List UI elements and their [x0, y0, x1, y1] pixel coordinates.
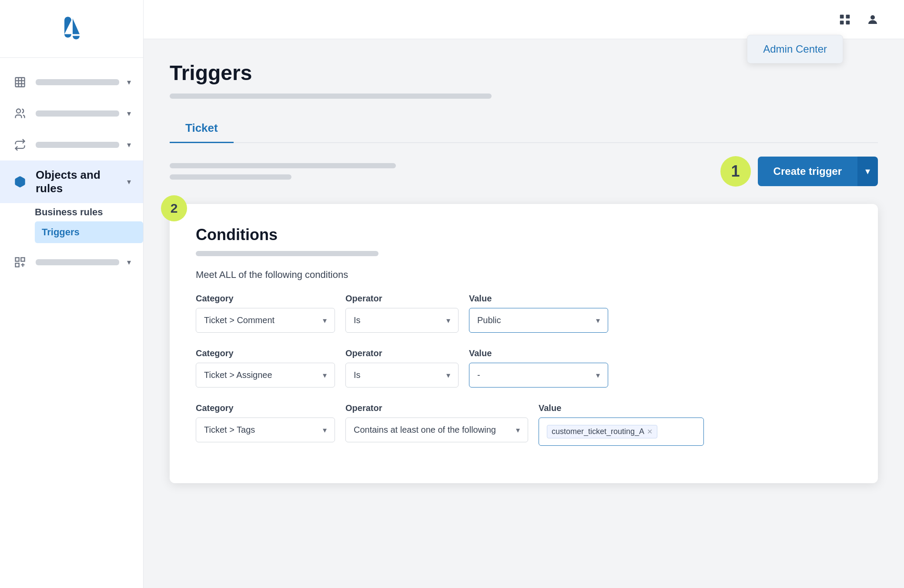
- condition-col-value-3: Value customer_ticket_routing_A ✕: [539, 403, 704, 446]
- svg-point-5: [17, 109, 20, 113]
- sidebar-nav: ▾ ▾: [0, 58, 143, 588]
- svg-point-14: [871, 15, 875, 20]
- svg-rect-13: [846, 20, 850, 24]
- filter-bar-1: [170, 163, 396, 168]
- main-content: Admin Center Triggers Ticket 1 Create tr…: [144, 0, 904, 588]
- tag-value: customer_ticket_routing_A: [552, 427, 644, 436]
- operator-label-1: Operator: [345, 294, 459, 304]
- condition-col-operator-3: Operator Contains at least one of the fo…: [345, 403, 528, 442]
- operator-label-2: Operator: [345, 348, 459, 358]
- condition-row-2: Category Ticket > Assignee ▾ Operator Is…: [196, 348, 852, 388]
- topbar-icons: [835, 10, 882, 29]
- tabs: Ticket: [170, 114, 878, 143]
- admin-center-link[interactable]: Admin Center: [763, 43, 827, 55]
- condition-col-value-2: Value - ▾: [469, 348, 608, 388]
- value-label-2: Value: [469, 348, 608, 358]
- category-label-3: Category: [196, 403, 335, 413]
- page-title: Triggers: [170, 61, 878, 85]
- chevron-down-icon: ▾: [323, 371, 327, 380]
- category-label-1: Category: [196, 294, 335, 304]
- building-icon: [12, 74, 28, 90]
- value-label-1: Value: [469, 294, 608, 304]
- svg-rect-12: [840, 20, 844, 24]
- filter-bars: [170, 163, 396, 180]
- title-decoration-bar: [170, 94, 492, 99]
- operator-value-1: Is: [354, 315, 361, 325]
- sidebar-item-workspace[interactable]: ▾: [0, 67, 143, 98]
- user-profile-button[interactable]: [863, 10, 882, 29]
- subnav-section-label: Business rules: [35, 203, 143, 221]
- sidebar-item-apps[interactable]: ▾: [0, 247, 143, 278]
- sidebar-item-objects-rules[interactable]: Objects and rules ▾: [0, 160, 143, 203]
- chevron-down-icon: ▾: [127, 109, 131, 118]
- grid-icon: [838, 13, 851, 26]
- sidebar-item-routing[interactable]: ▾: [0, 129, 143, 160]
- value-select-1[interactable]: Public ▾: [469, 308, 608, 333]
- operator-value-2: Is: [354, 370, 361, 380]
- filter-bar-2: [170, 174, 291, 180]
- chevron-down-icon: ▾: [127, 140, 131, 150]
- filters-row: 1 Create trigger ▾: [170, 156, 878, 187]
- create-trigger-button[interactable]: Create trigger: [758, 157, 857, 186]
- operator-select-1[interactable]: Is ▾: [345, 308, 459, 333]
- chevron-down-icon: ▾: [127, 77, 131, 87]
- tag-remove-button[interactable]: ✕: [647, 428, 653, 436]
- conditions-card: 2 Conditions Meet ALL of the following c…: [170, 204, 878, 483]
- apps-icon: [12, 254, 28, 270]
- chevron-down-icon: ▾: [516, 425, 520, 435]
- value-tag-3[interactable]: customer_ticket_routing_A ✕: [539, 418, 704, 446]
- apps-grid-button[interactable]: [835, 10, 854, 29]
- sidebar-item-people[interactable]: ▾: [0, 98, 143, 129]
- svg-rect-7: [16, 258, 19, 261]
- chevron-down-icon: ▾: [127, 177, 131, 187]
- category-value-1: Ticket > Comment: [204, 315, 275, 325]
- condition-col-category-2: Category Ticket > Assignee ▾: [196, 348, 335, 388]
- chevron-down-icon: ▾: [865, 166, 870, 177]
- nav-label-bar: [36, 259, 119, 265]
- objects-rules-label: Objects and rules: [36, 168, 119, 195]
- operator-select-2[interactable]: Is ▾: [345, 363, 459, 388]
- category-value-3: Ticket > Tags: [204, 425, 255, 435]
- condition-row-3: Category Ticket > Tags ▾ Operator Contai…: [196, 403, 852, 446]
- admin-center-dropdown: Admin Center: [747, 35, 843, 63]
- objects-rules-icon: [12, 174, 28, 190]
- user-icon: [866, 13, 879, 26]
- chevron-down-icon: ▾: [127, 257, 131, 267]
- tab-ticket[interactable]: Ticket: [170, 114, 234, 143]
- chevron-down-icon: ▾: [446, 316, 450, 325]
- category-value-2: Ticket > Assignee: [204, 370, 272, 380]
- condition-col-operator-1: Operator Is ▾: [345, 294, 459, 333]
- svg-rect-10: [840, 14, 844, 18]
- step2-badge: 2: [161, 195, 187, 221]
- svg-rect-8: [21, 258, 24, 261]
- tag-chip: customer_ticket_routing_A ✕: [547, 425, 657, 438]
- create-trigger-area: 1 Create trigger ▾: [720, 156, 878, 187]
- condition-row-1: Category Ticket > Comment ▾ Operator Is …: [196, 294, 852, 333]
- svg-rect-9: [16, 263, 19, 267]
- svg-rect-11: [846, 14, 850, 18]
- category-select-2[interactable]: Ticket > Assignee ▾: [196, 363, 335, 388]
- operator-select-3[interactable]: Contains at least one of the following ▾: [345, 418, 528, 442]
- value-2: -: [477, 370, 480, 380]
- routing-icon: [12, 137, 28, 153]
- people-icon: [12, 106, 28, 121]
- subnav: Business rules Triggers: [0, 203, 143, 247]
- value-label-3: Value: [539, 403, 704, 413]
- condition-col-operator-2: Operator Is ▾: [345, 348, 459, 388]
- category-select-1[interactable]: Ticket > Comment ▾: [196, 308, 335, 333]
- condition-col-category-1: Category Ticket > Comment ▾: [196, 294, 335, 333]
- condition-col-category-3: Category Ticket > Tags ▾: [196, 403, 335, 442]
- category-select-3[interactable]: Ticket > Tags ▾: [196, 418, 335, 442]
- conditions-title-bar: [196, 251, 378, 256]
- subnav-item-triggers[interactable]: Triggers: [35, 221, 143, 243]
- meet-all-label: Meet ALL of the following conditions: [196, 269, 852, 281]
- nav-label-bar: [36, 79, 119, 85]
- chevron-down-icon: ▾: [323, 425, 327, 435]
- operator-label-3: Operator: [345, 403, 528, 413]
- nav-label-bar: [36, 142, 119, 148]
- step1-badge: 1: [720, 156, 751, 187]
- create-trigger-dropdown-button[interactable]: ▾: [857, 157, 878, 186]
- chevron-down-icon: ▾: [596, 371, 600, 380]
- sidebar-logo: [0, 0, 143, 58]
- value-select-2[interactable]: - ▾: [469, 363, 608, 388]
